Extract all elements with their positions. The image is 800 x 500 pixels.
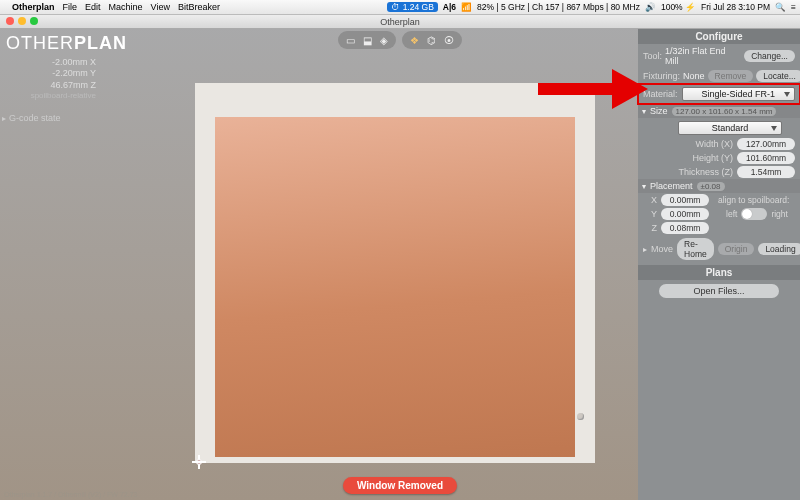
- version-credits: Otherplan 1.1.7 / Othermill (V2) / FW 72…: [4, 491, 137, 498]
- placement-x-label: X: [643, 195, 657, 205]
- origin-button: Origin: [718, 243, 755, 255]
- app-menu[interactable]: Otherplan: [12, 2, 55, 12]
- zoom-icon[interactable]: [30, 17, 38, 25]
- spotlight-icon[interactable]: 🔍: [775, 2, 786, 12]
- material-row: Material: Single-Sided FR-1: [638, 84, 800, 104]
- app-area: OTHERPLAN -2.00mm X -2.20mm Y 46.67mm Z …: [0, 29, 800, 500]
- size-preset-value: Standard: [712, 123, 749, 133]
- tool-label: Tool:: [643, 51, 662, 61]
- fixturing-value: None: [683, 71, 705, 81]
- window-title: Otherplan: [380, 17, 420, 27]
- app-logo: OTHERPLAN: [6, 33, 127, 54]
- close-icon[interactable]: [6, 17, 14, 25]
- placement-section-header[interactable]: Placement ±0.08: [638, 179, 800, 193]
- placement-tolerance: ±0.08: [697, 182, 725, 191]
- placement-label: Placement: [650, 181, 693, 191]
- menu-machine[interactable]: Machine: [109, 2, 143, 12]
- open-files-button[interactable]: Open Files...: [659, 284, 779, 298]
- view-top-icon[interactable]: ⬓: [363, 35, 372, 46]
- placement-y-input[interactable]: 0.00mm: [661, 208, 709, 220]
- window-titlebar: Otherplan: [0, 15, 800, 29]
- material-label: Material:: [643, 89, 678, 99]
- wifi-icon[interactable]: 📶: [461, 2, 472, 12]
- thickness-input[interactable]: 1.54mm: [737, 166, 795, 178]
- menu-file[interactable]: File: [63, 2, 78, 12]
- height-label: Height (Y): [669, 153, 733, 163]
- align-left-label: left: [726, 209, 737, 219]
- placement-x-input[interactable]: 0.00mm: [661, 194, 709, 206]
- width-label: Width (X): [669, 139, 733, 149]
- size-section-header[interactable]: Size 127.00 x 101.60 x 1.54 mm: [638, 104, 800, 118]
- coordinate-readout: -2.00mm X -2.20mm Y 46.67mm Z spoilboard…: [6, 57, 96, 101]
- tool-value: 1/32in Flat End Mill: [665, 46, 741, 66]
- locate-fixturing-button[interactable]: Locate...: [756, 70, 800, 82]
- material-select[interactable]: Single-Sided FR-1: [682, 87, 795, 101]
- move-label: Move: [651, 244, 673, 254]
- minimize-icon[interactable]: [18, 17, 26, 25]
- menu-edit[interactable]: Edit: [85, 2, 101, 12]
- notification-icon[interactable]: ≡: [791, 2, 796, 12]
- origin-marker[interactable]: [192, 455, 206, 469]
- menubar-right: ⏱ 1.24 GB A|6 📶 82% | 5 GHz | Ch 157 | 8…: [387, 2, 796, 12]
- wifi-stats: 82% | 5 GHz | Ch 157 | 867 Mbps | 80 MHz: [477, 2, 640, 12]
- window-removed-badge: Window Removed: [343, 477, 457, 494]
- menu-view[interactable]: View: [151, 2, 170, 12]
- align-toggle[interactable]: [741, 208, 767, 220]
- align-title: align to spoilboard:: [718, 195, 796, 205]
- size-dims: 127.00 x 101.60 x 1.54 mm: [672, 107, 777, 116]
- view-iso-icon[interactable]: ◈: [380, 35, 388, 46]
- placement-z-label: Z: [643, 223, 657, 233]
- battery-status[interactable]: 100% ⚡: [661, 2, 696, 12]
- fixturing-row: Fixturing: None Remove Locate...: [638, 68, 800, 84]
- volume-icon[interactable]: 🔊: [645, 2, 656, 12]
- locating-pin: [577, 413, 584, 420]
- configure-panel: Configure Tool: 1/32in Flat End Mill Cha…: [638, 29, 800, 500]
- thickness-label: Thickness (Z): [669, 167, 733, 177]
- height-input[interactable]: 101.60mm: [737, 152, 795, 164]
- coord-reference: spoilboard-relative: [6, 91, 96, 101]
- view-toolbar-group-1: ▭ ⬓ ◈: [338, 31, 396, 49]
- configure-header: Configure: [638, 29, 800, 44]
- material-select-value: Single-Sided FR-1: [701, 89, 775, 99]
- gcode-state-toggle[interactable]: G-code state: [2, 113, 61, 123]
- move-row: Move Re-Home Origin Loading: [638, 235, 800, 263]
- placement-z-input[interactable]: 0.08mm: [661, 222, 709, 234]
- width-input[interactable]: 127.00mm: [737, 138, 795, 150]
- plans-header: Plans: [638, 265, 800, 280]
- size-preset-select[interactable]: Standard: [678, 121, 782, 135]
- logo-text-b: PLAN: [74, 33, 127, 53]
- menu-bitbreaker[interactable]: BitBreaker: [178, 2, 220, 12]
- placement-y-label: Y: [643, 209, 657, 219]
- material-preview[interactable]: [215, 117, 575, 457]
- tool-row: Tool: 1/32in Flat End Mill Change...: [638, 44, 800, 68]
- mac-menubar: Otherplan File Edit Machine View BitBrea…: [0, 0, 800, 15]
- coord-z: 46.67mm Z: [6, 80, 96, 91]
- view-toolbar-group-2: ❖ ⌬ ⦿: [402, 31, 462, 49]
- coord-x: -2.00mm X: [6, 57, 96, 68]
- loading-button[interactable]: Loading: [758, 243, 800, 255]
- view-toolbar: ▭ ⬓ ◈ ❖ ⌬ ⦿: [338, 31, 462, 49]
- remove-fixturing-button: Remove: [708, 70, 754, 82]
- fixturing-label: Fixturing:: [643, 71, 680, 81]
- view-mode-a-icon[interactable]: ❖: [410, 35, 419, 46]
- logo-text-a: OTHER: [6, 33, 74, 53]
- traffic-lights: [6, 17, 38, 25]
- size-label: Size: [650, 106, 668, 116]
- view-mode-b-icon[interactable]: ⌬: [427, 35, 436, 46]
- coord-y: -2.20mm Y: [6, 68, 96, 79]
- align-right-label: right: [771, 209, 788, 219]
- ram-indicator[interactable]: ⏱ 1.24 GB: [387, 2, 438, 12]
- view-mode-c-icon[interactable]: ⦿: [444, 35, 454, 46]
- clock[interactable]: Fri Jul 28 3:10 PM: [701, 2, 770, 12]
- rehome-button[interactable]: Re-Home: [677, 238, 714, 260]
- change-tool-button[interactable]: Change...: [744, 50, 795, 62]
- adobe-icon[interactable]: A|6: [443, 2, 456, 12]
- view-front-icon[interactable]: ▭: [346, 35, 355, 46]
